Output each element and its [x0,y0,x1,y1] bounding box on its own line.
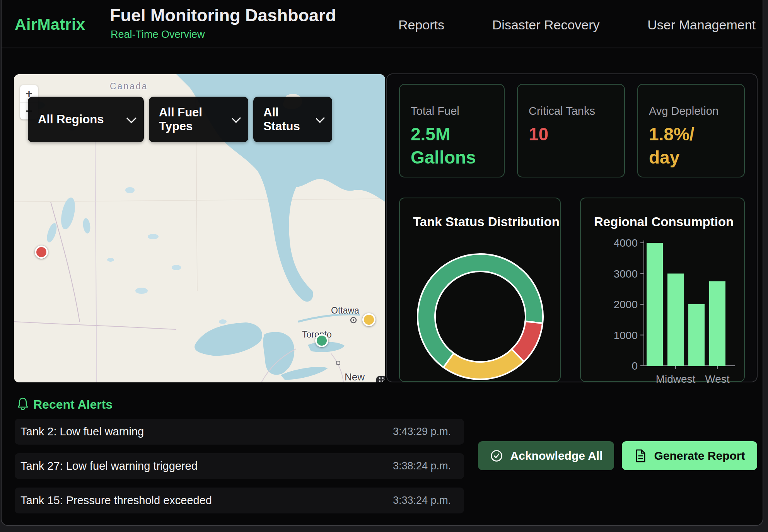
x-tick-label: West [705,373,729,383]
alert-message: Tank 15: Pressure threshold exceeded [20,494,212,507]
app-logo: AirMatrix [15,15,85,34]
nav-item-reports[interactable]: Reports [398,17,444,32]
region-filter-dropdown[interactable]: All Regions [28,97,144,142]
alert-timestamp: 3:38:24 p.m. [393,460,451,472]
bar-series-2 [688,304,705,366]
nav-item-disaster-recovery[interactable]: Disaster Recovery [492,17,600,32]
acknowledge-all-label: Acknowledge All [510,449,603,462]
generate-report-label: Generate Report [654,449,745,462]
acknowledge-all-button[interactable]: Acknowledge All [478,441,614,470]
stat-label: Avg Depletion [649,105,733,118]
alert-timestamp: 3:33:24 p.m. [393,494,451,506]
y-tick-label: 0 [631,360,638,372]
alert-message: Tank 2: Low fuel warning [20,425,144,438]
page-title: Fuel Monitoring Dashboard [110,5,336,26]
generate-report-button[interactable]: Generate Report [622,441,757,470]
chevron-down-icon [316,114,325,123]
map-marker-critical[interactable] [35,246,48,259]
alerts-section-title: Recent Alerts [33,397,113,412]
stat-card-total-fuel: Total Fuel 2.5M Gallons [399,84,505,177]
map-label-ottawa: Ottawa [331,305,359,316]
nav-item-user-management[interactable]: User Management [647,17,756,32]
document-icon [634,449,647,463]
y-tick-label: 2000 [614,298,638,310]
check-circle-icon [490,449,503,463]
x-tick-label: Midwest [656,373,696,383]
map-marker-warning[interactable] [362,313,375,326]
stat-card-critical-tanks: Critical Tanks 10 [517,84,625,177]
page-subtitle: Real-Time Overview [111,29,205,41]
stat-value-avg-depletion: 1.8%/ day [649,123,733,169]
bar-Midwest [667,274,684,366]
map-canvas[interactable]: Canada Ottawa Toronto New York + − All R… [14,74,385,382]
bar-West [709,281,725,366]
fuel-type-filter-dropdown[interactable]: All Fuel Types [149,97,248,142]
y-tick-label: 4000 [614,237,638,249]
alert-row[interactable]: Tank 27: Low fuel warning triggered 3:38… [15,453,464,479]
donut-slice-warning [444,349,524,379]
main-nav: Reports Disaster Recovery User Managemen… [398,17,756,32]
alert-message: Tank 27: Low fuel warning triggered [20,460,198,472]
y-tick-label: 3000 [614,268,638,280]
alert-row[interactable]: Tank 15: Pressure threshold exceeded 3:3… [15,488,464,513]
map-label-canada: Canada [110,81,148,92]
status-filter-dropdown[interactable]: All Status [253,97,332,142]
bell-icon [16,397,29,411]
tank-status-donut-chart [400,198,561,383]
chevron-down-icon [126,113,136,123]
regional-consumption-bar-chart: 01000200030004000MidwestWest [581,198,746,383]
tank-status-chart-card: Tank Status Distribution [399,198,561,382]
status-filter-value: All Status [263,106,306,133]
region-filter-value: All Regions [38,113,104,126]
header-divider [2,48,762,48]
chevron-down-icon [232,114,241,123]
bar-series-0 [647,243,663,366]
y-tick-label: 1000 [614,329,638,341]
stat-label: Total Fuel [411,105,493,118]
fuel-type-filter-value: All Fuel Types [159,106,222,133]
alert-row[interactable]: Tank 2: Low fuel warning 3:43:29 p.m. [15,419,464,445]
map-filter-bar: All Regions All Fuel Types All Status [28,97,332,142]
stat-label: Critical Tanks [529,105,613,118]
alert-timestamp: 3:43:29 p.m. [393,426,451,438]
regional-consumption-chart-card: Regional Consumption 01000200030004000Mi… [580,198,745,382]
map-marker-normal[interactable] [315,334,328,347]
stat-value-total-fuel: 2.5M Gallons [411,123,493,169]
stat-value-critical-tanks: 10 [529,123,613,146]
stat-card-avg-depletion: Avg Depletion 1.8%/ day [637,84,745,177]
